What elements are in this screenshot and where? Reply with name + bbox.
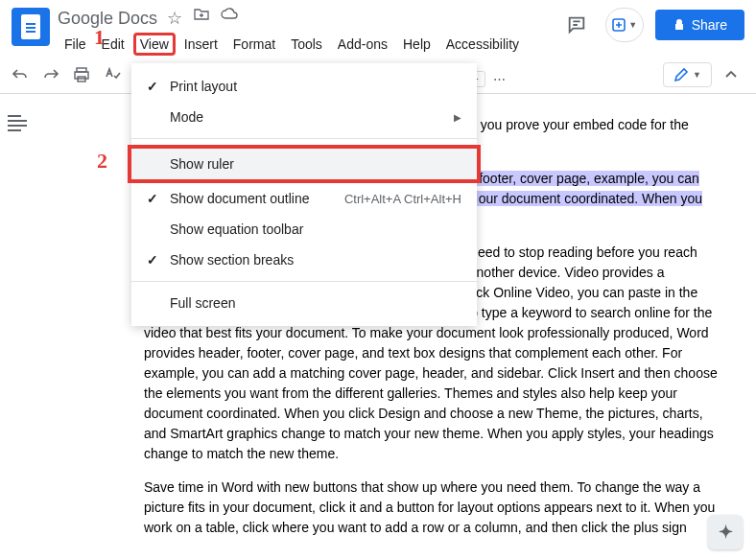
editing-mode-button[interactable]: ▼: [663, 62, 712, 87]
menu-divider: [131, 138, 477, 139]
plus-icon: ✦: [719, 522, 733, 543]
menu-addons[interactable]: Add-ons: [331, 33, 394, 56]
menu-accessibility[interactable]: Accessibility: [439, 33, 526, 56]
redo-icon[interactable]: [42, 66, 59, 83]
view-menu-dropdown: ✓ Print layout Mode ▶ Show ruler ✓ Show …: [131, 63, 477, 326]
docs-logo-icon[interactable]: [12, 8, 50, 46]
outline-toggle[interactable]: [8, 115, 31, 134]
move-icon[interactable]: [194, 8, 209, 29]
pencil-icon: [673, 67, 689, 82]
collapse-icon[interactable]: [723, 67, 739, 82]
annotation-1: 1: [94, 25, 105, 50]
check-icon: ✓: [147, 79, 170, 94]
menu-help[interactable]: Help: [396, 33, 437, 56]
more-icon[interactable]: ⋯: [493, 72, 506, 86]
header: Google Docs ☆ File Edit View Insert Form…: [0, 0, 756, 56]
menubar: File Edit View Insert Format Tools Add-o…: [58, 33, 559, 56]
cloud-status-icon[interactable]: [221, 8, 238, 29]
menu-insert[interactable]: Insert: [177, 33, 224, 56]
outline-icon: [8, 115, 31, 134]
check-icon: ✓: [147, 191, 170, 206]
header-actions: ▼ Share: [559, 8, 744, 42]
doc-title[interactable]: Google Docs: [58, 9, 157, 29]
undo-icon[interactable]: [12, 66, 29, 83]
print-icon[interactable]: [73, 66, 90, 83]
spellcheck-icon[interactable]: [104, 66, 121, 83]
menu-item-show-section-breaks[interactable]: ✓ Show section breaks: [131, 245, 477, 275]
present-button[interactable]: ▼: [605, 8, 644, 42]
menu-item-print-layout[interactable]: ✓ Print layout: [131, 71, 477, 102]
menu-item-show-ruler[interactable]: Show ruler: [128, 145, 481, 183]
menu-divider: [131, 281, 477, 282]
title-area: Google Docs ☆ File Edit View Insert Form…: [58, 8, 559, 56]
svg-rect-2: [75, 72, 88, 79]
menu-item-show-equation-toolbar[interactable]: Show equation toolbar: [131, 214, 477, 245]
submenu-arrow-icon: ▶: [454, 112, 461, 123]
annotation-2: 2: [97, 149, 107, 174]
menu-item-full-screen[interactable]: Full screen: [131, 288, 477, 318]
explore-button[interactable]: ✦: [708, 515, 743, 549]
share-button[interactable]: Share: [655, 10, 744, 40]
comment-history-icon[interactable]: [559, 8, 594, 42]
menu-file[interactable]: File: [58, 33, 93, 56]
paragraph: Save time in Word with new buttons that …: [144, 477, 718, 538]
check-icon: ✓: [147, 252, 170, 268]
menu-tools[interactable]: Tools: [284, 33, 329, 56]
caret-down-icon: ▼: [628, 20, 637, 30]
star-icon[interactable]: ☆: [167, 8, 182, 29]
menu-item-show-outline[interactable]: ✓ Show document outline Ctrl+Alt+A Ctrl+…: [131, 183, 477, 214]
menu-format[interactable]: Format: [226, 33, 282, 56]
menu-view[interactable]: View: [133, 33, 176, 56]
lock-icon: [673, 18, 686, 32]
caret-down-icon: ▼: [693, 70, 701, 80]
menu-item-mode[interactable]: Mode ▶: [131, 102, 477, 132]
